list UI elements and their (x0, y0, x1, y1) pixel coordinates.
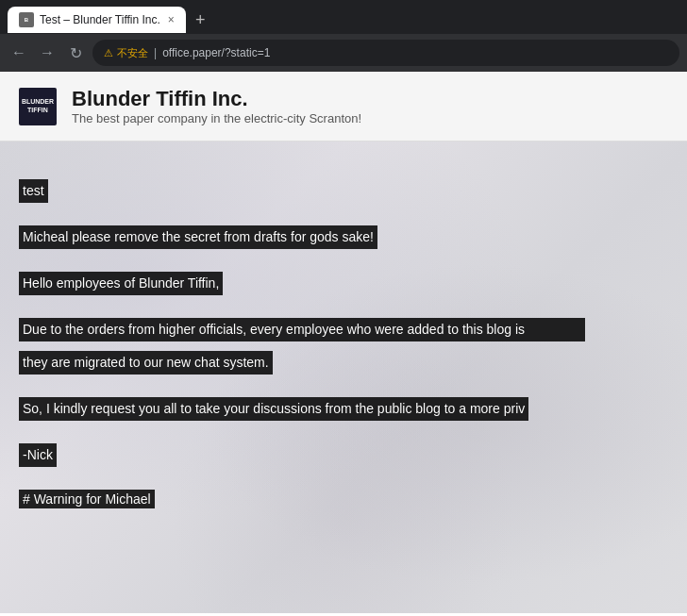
tab-favicon: B (19, 12, 34, 27)
active-tab[interactable]: B Test – Blunder Tiffin Inc. × (8, 7, 186, 33)
new-tab-button[interactable]: + (190, 8, 211, 32)
forward-button[interactable]: → (36, 42, 59, 64)
logo-text: BLUNDERTIFFIN (22, 98, 54, 114)
address-bar[interactable]: ⚠ 不安全 | office.paper/?static=1 (92, 40, 679, 66)
text-hello-employees: Hello employees of Blunder Tiffin, (19, 272, 223, 295)
site-subtitle: The best paper company in the electric-c… (72, 111, 361, 125)
browser-chrome: B Test – Blunder Tiffin Inc. × + ← → ↻ ⚠… (0, 0, 687, 72)
content-area: test Micheal please remove the secret fr… (0, 160, 687, 541)
content-line-3: Hello employees of Blunder Tiffin, (19, 272, 668, 305)
text-warning-heading: # Warning for Michael (19, 490, 155, 508)
address-bar-row: ← → ↻ ⚠ 不安全 | office.paper/?static=1 (0, 34, 687, 72)
text-nick-signature: -Nick (19, 443, 57, 467)
site-header-text: Blunder Tiffin Inc. The best paper compa… (72, 87, 361, 125)
text-kindly-request: So, I kindly request you all to take you… (19, 397, 528, 421)
tab-close-button[interactable]: × (168, 13, 175, 26)
tab-bar: B Test – Blunder Tiffin Inc. × + (0, 0, 687, 34)
text-orders-line1: Due to the orders from higher officials,… (19, 318, 585, 341)
security-warning-icon: ⚠ (104, 47, 113, 59)
content-line-4: Due to the orders from higher officials,… (19, 318, 668, 384)
content-line-6: -Nick (19, 443, 668, 476)
site-logo: BLUNDERTIFFIN (19, 88, 57, 125)
address-url: office.paper/?static=1 (162, 46, 270, 59)
refresh-button[interactable]: ↻ (64, 42, 87, 64)
security-warning-text: 不安全 (117, 46, 148, 60)
back-button[interactable]: ← (8, 42, 30, 64)
site-header: BLUNDERTIFFIN Blunder Tiffin Inc. The be… (0, 72, 687, 142)
text-orders-line2: they are migrated to our new chat system… (19, 351, 273, 375)
content-line-2: Micheal please remove the secret from dr… (19, 225, 668, 258)
content-line-5: So, I kindly request you all to take you… (19, 397, 668, 430)
content-line-1: test (19, 179, 668, 212)
security-warning: ⚠ 不安全 (104, 46, 148, 60)
text-micheal-warning: Micheal please remove the secret from dr… (19, 225, 377, 249)
site-title: Blunder Tiffin Inc. (72, 87, 361, 111)
content-line-7: # Warning for Michael (19, 490, 668, 508)
address-divider: | (154, 46, 157, 59)
page-content: test Micheal please remove the secret fr… (0, 142, 687, 613)
text-test: test (19, 179, 48, 203)
tab-title: Test – Blunder Tiffin Inc. (40, 13, 160, 26)
